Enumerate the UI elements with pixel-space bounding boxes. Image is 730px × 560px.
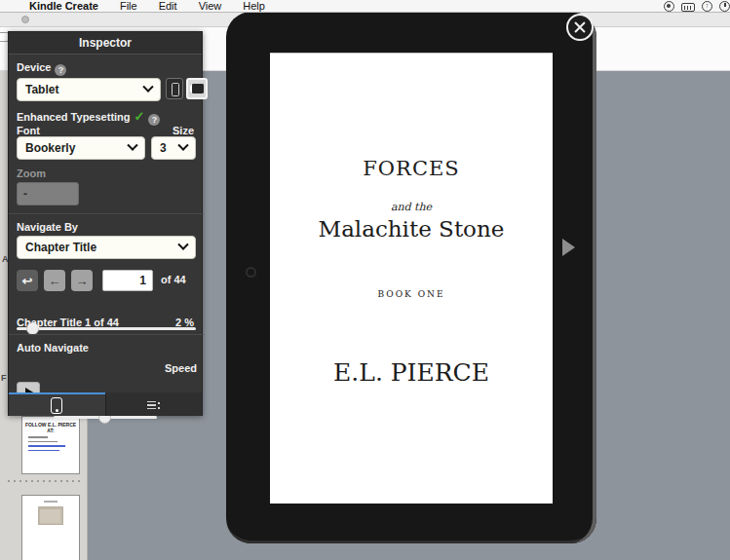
tablet-camera-icon xyxy=(246,267,256,278)
device-select[interactable]: Tablet xyxy=(17,78,161,101)
book-series-label: BOOK ONE xyxy=(270,289,553,299)
page-number-input[interactable]: 1 xyxy=(102,270,153,291)
chevron-down-icon xyxy=(127,140,137,151)
book-page: FORCES and the Malachite Stone BOOK ONE … xyxy=(270,53,553,504)
thumbnail-link-line xyxy=(28,445,65,447)
size-select-value: 3 xyxy=(160,141,167,155)
enhanced-typesetting-row: Enhanced Typesetting✓? xyxy=(17,109,160,126)
zoom-label: Zoom xyxy=(17,168,46,179)
speed-label: Speed xyxy=(165,362,197,374)
thumbnail-text-line xyxy=(28,441,58,443)
keyboard-icon[interactable] xyxy=(681,3,695,12)
chevron-down-icon xyxy=(177,140,188,151)
divider xyxy=(9,334,204,335)
record-circle-icon[interactable] xyxy=(664,1,674,12)
clock-icon[interactable] xyxy=(719,1,730,12)
device-label: Device xyxy=(17,61,51,73)
navigate-by-value: Chapter Title xyxy=(25,241,96,254)
page-thumbnail-map[interactable] xyxy=(21,495,80,560)
left-arrow-icon: ← xyxy=(49,274,61,288)
menu-status-area: ↑ xyxy=(664,1,726,12)
tab-contents-list[interactable] xyxy=(105,392,203,416)
phone-device-button[interactable] xyxy=(166,78,183,99)
device-select-value: Tablet xyxy=(25,83,58,96)
thumbnail-section-separator xyxy=(8,480,82,482)
thumbnail-caption-line xyxy=(44,501,58,503)
font-label: Font xyxy=(17,125,40,136)
menu-bar: Kindle Create File Edit View Help ↑ xyxy=(0,0,730,13)
tablet-preview-frame: FORCES and the Malachite Stone BOOK ONE … xyxy=(226,12,596,543)
thumbnail-heading: FOLLOW E.L. PIERCE AT: xyxy=(22,422,79,433)
checkmark-icon: ✓ xyxy=(134,109,145,124)
up-circle-icon[interactable]: ↑ xyxy=(702,1,712,12)
chevron-down-icon xyxy=(142,82,153,93)
next-page-arrow[interactable] xyxy=(562,239,575,256)
book-title: FORCES xyxy=(270,157,553,180)
book-subtitle-connector: and the xyxy=(270,201,553,213)
phone-icon xyxy=(51,397,62,414)
inspector-panel: Inspector Device? Tablet Enhanced Typese… xyxy=(8,31,203,416)
navigate-by-label: Navigate By xyxy=(17,221,78,233)
enhanced-typesetting-label: Enhanced Typesetting xyxy=(17,111,131,123)
auto-navigate-label: Auto Navigate xyxy=(17,342,89,354)
thumbnail-image xyxy=(38,506,63,525)
device-label-row: Device? xyxy=(17,61,66,76)
chapter-status-text: Chapter Title 1 of 44 xyxy=(17,317,119,328)
font-select[interactable]: Bookerly xyxy=(17,136,145,160)
menu-item-file[interactable]: File xyxy=(120,0,137,12)
page-thumbnail-follow[interactable]: FOLLOW E.L. PIERCE AT: xyxy=(21,416,80,474)
inspector-tab-bar xyxy=(9,392,202,416)
book-subtitle: Malachite Stone xyxy=(270,216,553,242)
tablet-device-button[interactable] xyxy=(186,78,208,99)
tab-device-preview[interactable] xyxy=(9,392,105,416)
page-of-label: of 44 xyxy=(161,274,186,285)
zoom-input[interactable]: - xyxy=(17,182,79,205)
enhanced-typesetting-help-icon[interactable]: ? xyxy=(148,114,160,126)
size-select[interactable]: 3 xyxy=(151,136,196,160)
right-arrow-icon: → xyxy=(76,274,89,288)
chevron-down-icon xyxy=(177,240,188,250)
go-back-button[interactable]: ↩ xyxy=(17,270,38,291)
thumbnail-link-line xyxy=(28,450,59,452)
thumbnail-text-line xyxy=(28,436,48,438)
window-control-dot[interactable] xyxy=(21,16,29,23)
speed-slider[interactable] xyxy=(54,416,157,419)
menu-app-name[interactable]: Kindle Create xyxy=(29,0,98,12)
undo-arrow-icon: ↩ xyxy=(22,274,33,288)
font-select-value: Bookerly xyxy=(25,141,75,155)
menu-item-view[interactable]: View xyxy=(199,0,222,12)
device-type-toggle xyxy=(166,78,208,99)
menu-item-help[interactable]: Help xyxy=(243,0,265,12)
close-preview-button[interactable] xyxy=(566,14,594,41)
menu-item-edit[interactable]: Edit xyxy=(159,0,177,12)
divider xyxy=(9,213,204,214)
next-button[interactable]: → xyxy=(71,270,93,291)
list-icon xyxy=(147,401,160,410)
inspector-title: Inspector xyxy=(9,32,202,55)
book-author: E.L. PIERCE xyxy=(270,358,553,387)
progress-percent: 2 % xyxy=(175,317,194,328)
device-help-icon[interactable]: ? xyxy=(55,64,66,76)
previous-button[interactable]: ← xyxy=(44,270,65,291)
size-label: Size xyxy=(173,125,194,136)
navigate-by-select[interactable]: Chapter Title xyxy=(17,236,196,259)
left-edge-text-fragment: F xyxy=(1,373,7,383)
